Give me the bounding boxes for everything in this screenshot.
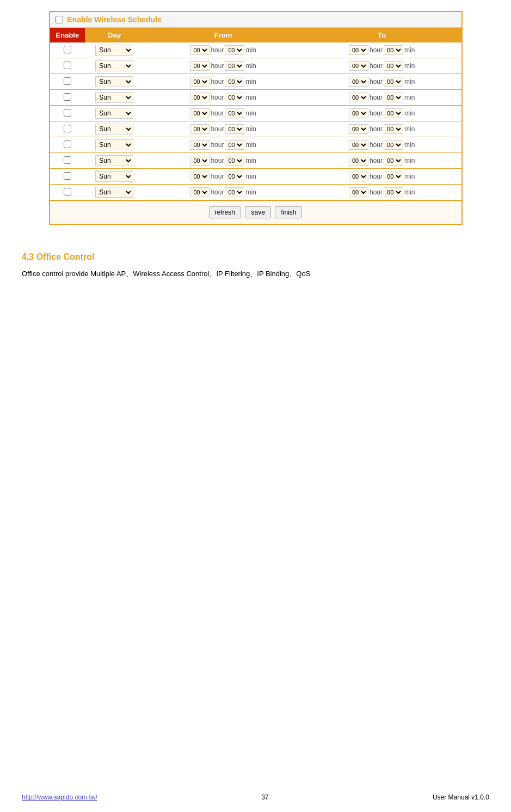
- to-min-select-6[interactable]: 0001020304050607080910111213141516171819…: [384, 140, 403, 150]
- from-min-select-9[interactable]: 0001020304050607080910111213141516171819…: [225, 187, 244, 197]
- from-hour-select-0[interactable]: 0001020304050607080910111213141516171819…: [190, 45, 210, 55]
- from-min-label-0: min: [245, 46, 256, 54]
- from-min-select-4[interactable]: 0001020304050607080910111213141516171819…: [225, 108, 244, 118]
- enable-cell-1: [50, 58, 85, 74]
- from-hour-select-9[interactable]: 0001020304050607080910111213141516171819…: [190, 187, 210, 197]
- to-min-select-9[interactable]: 0001020304050607080910111213141516171819…: [384, 187, 403, 197]
- to-hour-select-3[interactable]: 0001020304050607080910111213141516171819…: [349, 93, 368, 102]
- day-cell-6: SunMonTueWedThuFriSat: [85, 137, 144, 153]
- day-cell-0: SunMonTueWedThuFriSat: [85, 42, 144, 58]
- to-min-select-0[interactable]: 0001020304050607080910111213141516171819…: [384, 45, 403, 55]
- row-checkbox-5[interactable]: [64, 125, 71, 132]
- to-hour-select-7[interactable]: 0001020304050607080910111213141516171819…: [349, 156, 368, 166]
- to-min-select-2[interactable]: 0001020304050607080910111213141516171819…: [384, 77, 403, 87]
- from-cell-5: 0001020304050607080910111213141516171819…: [144, 121, 303, 137]
- from-min-select-5[interactable]: 0001020304050607080910111213141516171819…: [225, 124, 244, 134]
- enable-cell-8: [50, 169, 85, 185]
- to-hour-select-1[interactable]: 0001020304050607080910111213141516171819…: [349, 61, 368, 71]
- from-min-select-3[interactable]: 0001020304050607080910111213141516171819…: [225, 93, 244, 102]
- header-day: Day: [85, 28, 144, 42]
- day-select-4[interactable]: SunMonTueWedThuFriSat: [95, 108, 133, 119]
- to-hour-label-2: hour: [370, 78, 383, 86]
- section-43-heading: 4.3 Office Control: [22, 252, 489, 262]
- day-cell-8: SunMonTueWedThuFriSat: [85, 169, 144, 185]
- from-hour-select-3[interactable]: 0001020304050607080910111213141516171819…: [190, 93, 210, 102]
- from-min-select-0[interactable]: 0001020304050607080910111213141516171819…: [225, 45, 244, 55]
- row-checkbox-2[interactable]: [64, 77, 71, 85]
- from-time-7: 0001020304050607080910111213141516171819…: [146, 156, 300, 166]
- enable-cell-3: [50, 90, 85, 106]
- from-hour-select-7[interactable]: 0001020304050607080910111213141516171819…: [190, 156, 210, 166]
- day-select-6[interactable]: SunMonTueWedThuFriSat: [95, 139, 133, 150]
- from-time-5: 0001020304050607080910111213141516171819…: [146, 124, 300, 134]
- finish-button[interactable]: finish: [275, 206, 302, 218]
- day-select-2[interactable]: SunMonTueWedThuFriSat: [95, 76, 133, 87]
- from-min-select-2[interactable]: 0001020304050607080910111213141516171819…: [225, 77, 244, 87]
- from-hour-select-4[interactable]: 0001020304050607080910111213141516171819…: [190, 108, 210, 118]
- from-time-2: 0001020304050607080910111213141516171819…: [146, 77, 300, 87]
- to-min-select-8[interactable]: 0001020304050607080910111213141516171819…: [384, 172, 403, 181]
- to-min-select-1[interactable]: 0001020304050607080910111213141516171819…: [384, 61, 403, 71]
- to-time-5: 0001020304050607080910111213141516171819…: [305, 124, 459, 134]
- to-min-select-4[interactable]: 0001020304050607080910111213141516171819…: [384, 108, 403, 118]
- from-hour-select-6[interactable]: 0001020304050607080910111213141516171819…: [190, 140, 210, 150]
- from-min-label-1: min: [245, 62, 256, 70]
- save-button[interactable]: save: [245, 206, 270, 218]
- refresh-button[interactable]: refresh: [209, 206, 241, 218]
- footer-page: 37: [261, 793, 268, 801]
- to-min-label-5: min: [404, 125, 415, 133]
- day-select-3[interactable]: SunMonTueWedThuFriSat: [95, 92, 133, 103]
- from-hour-select-5[interactable]: 0001020304050607080910111213141516171819…: [190, 124, 210, 134]
- day-cell-5: SunMonTueWedThuFriSat: [85, 121, 144, 137]
- row-checkbox-7[interactable]: [64, 156, 71, 164]
- day-select-0[interactable]: SunMonTueWedThuFriSat: [95, 45, 133, 56]
- to-min-select-5[interactable]: 0001020304050607080910111213141516171819…: [384, 124, 403, 134]
- to-hour-select-9[interactable]: 0001020304050607080910111213141516171819…: [349, 187, 368, 197]
- row-checkbox-4[interactable]: [64, 109, 71, 117]
- to-cell-0: 0001020304050607080910111213141516171819…: [303, 42, 461, 58]
- from-hour-select-8[interactable]: 0001020304050607080910111213141516171819…: [190, 172, 210, 181]
- from-min-select-1[interactable]: 0001020304050607080910111213141516171819…: [225, 61, 244, 71]
- from-min-select-7[interactable]: 0001020304050607080910111213141516171819…: [225, 156, 244, 166]
- from-hour-select-1[interactable]: 0001020304050607080910111213141516171819…: [190, 61, 210, 71]
- to-hour-select-6[interactable]: 0001020304050607080910111213141516171819…: [349, 140, 368, 150]
- to-cell-5: 0001020304050607080910111213141516171819…: [303, 121, 461, 137]
- to-min-select-3[interactable]: 0001020304050607080910111213141516171819…: [384, 93, 403, 102]
- enable-schedule-checkbox[interactable]: [56, 16, 63, 23]
- row-checkbox-1[interactable]: [64, 62, 71, 69]
- day-select-8[interactable]: SunMonTueWedThuFriSat: [95, 171, 133, 182]
- from-min-select-6[interactable]: 0001020304050607080910111213141516171819…: [225, 140, 244, 150]
- from-min-label-9: min: [245, 188, 256, 196]
- row-checkbox-3[interactable]: [64, 93, 71, 101]
- to-hour-select-2[interactable]: 0001020304050607080910111213141516171819…: [349, 77, 368, 87]
- to-hour-select-8[interactable]: 0001020304050607080910111213141516171819…: [349, 172, 368, 181]
- section-43-text: Office control provide Multiple AP、Wirel…: [22, 268, 489, 280]
- to-hour-label-7: hour: [370, 157, 383, 164]
- day-select-5[interactable]: SunMonTueWedThuFriSat: [95, 124, 133, 135]
- row-checkbox-6[interactable]: [64, 141, 71, 148]
- to-min-select-7[interactable]: 0001020304050607080910111213141516171819…: [384, 156, 403, 166]
- from-min-select-8[interactable]: 0001020304050607080910111213141516171819…: [225, 172, 244, 181]
- to-cell-1: 0001020304050607080910111213141516171819…: [303, 58, 461, 74]
- from-hour-label-4: hour: [211, 109, 224, 117]
- row-checkbox-0[interactable]: [64, 46, 71, 53]
- to-hour-label-8: hour: [370, 173, 383, 180]
- row-checkbox-9[interactable]: [64, 188, 71, 196]
- enable-cell-7: [50, 153, 85, 169]
- to-hour-label-9: hour: [370, 188, 383, 196]
- to-hour-select-0[interactable]: 0001020304050607080910111213141516171819…: [349, 45, 368, 55]
- to-hour-select-5[interactable]: 0001020304050607080910111213141516171819…: [349, 124, 368, 134]
- to-cell-8: 0001020304050607080910111213141516171819…: [303, 169, 461, 185]
- schedule-title: Enable Wireless Schedule: [67, 15, 162, 24]
- row-checkbox-8[interactable]: [64, 172, 71, 180]
- day-select-1[interactable]: SunMonTueWedThuFriSat: [95, 60, 133, 71]
- day-select-9[interactable]: SunMonTueWedThuFriSat: [95, 187, 133, 198]
- table-row: SunMonTueWedThuFriSat 000102030405060708…: [50, 74, 461, 90]
- table-row: SunMonTueWedThuFriSat 000102030405060708…: [50, 137, 461, 153]
- from-min-label-8: min: [245, 173, 256, 180]
- from-hour-select-2[interactable]: 0001020304050607080910111213141516171819…: [190, 77, 210, 87]
- to-hour-select-4[interactable]: 0001020304050607080910111213141516171819…: [349, 108, 368, 118]
- to-time-3: 0001020304050607080910111213141516171819…: [305, 93, 459, 102]
- day-select-7[interactable]: SunMonTueWedThuFriSat: [95, 155, 133, 166]
- footer-link[interactable]: http://www.sapido.com.tw/: [22, 793, 97, 801]
